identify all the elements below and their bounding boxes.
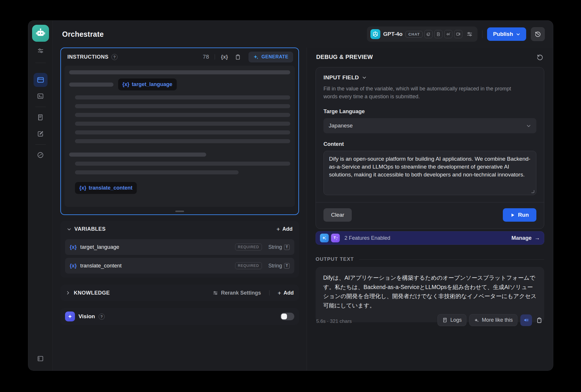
clear-button[interactable]: Clear [323, 208, 352, 222]
variables-title: VARIABLES [74, 226, 106, 232]
input-field-description: Fill in the value of the variable, which… [323, 85, 522, 101]
variable-row[interactable]: {x} translate_content REQUIRED StringT [65, 258, 294, 274]
panel-collapse-icon [37, 355, 44, 362]
output-text: Difyは、AIアプリケーションを構築するためのオープンソースプラットフォームで… [323, 273, 537, 310]
resize-handle[interactable] [175, 211, 184, 212]
skeleton-line [75, 139, 290, 143]
skeleton-line [69, 70, 290, 74]
play-icon [510, 213, 515, 217]
speaker-icon [523, 317, 529, 323]
sidebar-item-logs[interactable] [36, 113, 45, 122]
sliders-icon [213, 290, 218, 296]
sidebar-item-monitoring[interactable] [36, 150, 45, 159]
reset-button[interactable] [536, 53, 544, 61]
chevron-right-icon[interactable] [66, 290, 70, 295]
input-field-header[interactable]: INPUT FIELD [323, 74, 536, 81]
image-capability-icon [424, 30, 433, 38]
divider [215, 54, 215, 60]
robot-icon [35, 28, 46, 39]
target-language-select[interactable]: Japanese [323, 118, 536, 133]
copy-output-button[interactable] [535, 316, 544, 325]
clipboard-icon [235, 54, 241, 60]
instructions-panel: INSTRUCTIONS ? 78 {x} GENERATE [60, 48, 299, 215]
collapse-sidebar-button[interactable] [36, 354, 45, 363]
rerank-settings-button[interactable]: Rerank Settings [213, 290, 261, 296]
manage-features-button[interactable]: Manage → [512, 235, 540, 241]
terminal-icon [37, 92, 44, 100]
plus-icon: + [276, 226, 280, 232]
app-header: Orchestrate GPT-4o CHAT [53, 21, 553, 48]
skeleton-line [69, 153, 206, 157]
plus-icon: + [278, 290, 281, 296]
model-mode-badge: CHAT [405, 31, 423, 38]
insert-variable-button[interactable]: {x} [221, 54, 228, 60]
variable-type: StringT [268, 244, 290, 250]
prompt-editor[interactable]: {x}target_language {x}translate_content [64, 66, 295, 207]
variable-row[interactable]: {x} target_language REQUIRED StringT [65, 239, 294, 255]
sidebar [28, 21, 53, 370]
log-icon [442, 317, 448, 323]
sidebar-divider [35, 144, 46, 145]
skeleton-line [75, 95, 290, 99]
required-badge: REQUIRED [235, 244, 262, 251]
openai-logo [370, 29, 380, 39]
chevron-down-icon [362, 75, 367, 80]
text-to-speech-button[interactable] [520, 314, 532, 326]
skeleton-line [75, 130, 290, 134]
sidebar-divider [35, 107, 46, 107]
string-type-icon: T [284, 263, 290, 269]
input-field-card: INPUT FIELD Fill in the value of the var… [316, 67, 544, 229]
variables-section: VARIABLES +Add {x} target_language REQUI… [60, 221, 299, 278]
more-like-this-feature-icon [320, 234, 329, 242]
help-icon[interactable]: ? [99, 314, 105, 320]
copy-button[interactable] [235, 54, 241, 60]
sidebar-item-settings[interactable] [36, 46, 45, 55]
vision-feature-card: Vision ? [60, 308, 299, 325]
debug-preview-pane: DEBUG & PREVIEW INPUT FIELD Fill in the … [307, 48, 553, 370]
vision-toggle[interactable] [280, 313, 294, 320]
target-language-label: Targe Language [323, 108, 536, 115]
add-knowledge-button[interactable]: +Add [278, 290, 294, 296]
video-capability-icon [454, 30, 462, 38]
orchestrate-pane: INSTRUCTIONS ? 78 {x} GENERATE [53, 48, 307, 370]
variable-chip-translate-content[interactable]: {x}translate_content [75, 182, 137, 194]
header-divider [482, 30, 482, 38]
divider [269, 290, 270, 295]
model-name: GPT-4o [383, 31, 403, 37]
model-selector[interactable]: GPT-4o CHAT [367, 27, 478, 42]
text-to-speech-feature-icon [331, 234, 340, 242]
add-variable-button[interactable]: +Add [276, 226, 293, 232]
more-like-this-button[interactable]: More like this [469, 314, 517, 326]
generate-button[interactable]: GENERATE [249, 52, 293, 62]
variable-chip-target-language[interactable]: {x}target_language [118, 78, 177, 90]
chevron-down-icon[interactable] [67, 227, 71, 232]
sparkle-icon [253, 54, 259, 60]
run-button[interactable]: Run [503, 208, 536, 222]
chevron-down-icon [516, 32, 520, 36]
chevron-down-icon [526, 123, 531, 128]
features-enabled-bar[interactable]: 2 Features Enabled Manage → [316, 231, 544, 245]
vision-label: Vision [78, 313, 95, 320]
debug-preview-title: DEBUG & PREVIEW [316, 54, 373, 60]
content-input[interactable]: Dify is an open-source platform for buil… [323, 151, 536, 195]
sidebar-item-orchestrate[interactable] [34, 73, 48, 87]
app-logo[interactable] [32, 25, 49, 42]
sidebar-item-annotations[interactable] [36, 129, 45, 138]
logs-button[interactable]: Logs [438, 314, 466, 326]
generate-label: GENERATE [261, 54, 288, 60]
variable-token-icon: {x} [70, 244, 77, 250]
sparkle-icon [474, 318, 479, 323]
publish-button[interactable]: Publish [487, 27, 526, 41]
clipboard-icon [536, 317, 542, 323]
version-history-button[interactable] [531, 27, 545, 41]
help-icon[interactable]: ? [111, 54, 118, 60]
model-settings-button[interactable] [465, 31, 474, 37]
document-capability-icon [434, 30, 442, 38]
output-stats: 5.6s · 321 chars [316, 318, 352, 326]
sliders-icon [37, 47, 44, 54]
skeleton-line [75, 170, 239, 174]
knowledge-title: KNOWLEDGE [74, 290, 110, 296]
sidebar-item-terminal[interactable] [36, 92, 45, 100]
refresh-icon [536, 53, 544, 61]
app-window: Orchestrate GPT-4o CHAT [28, 21, 553, 370]
